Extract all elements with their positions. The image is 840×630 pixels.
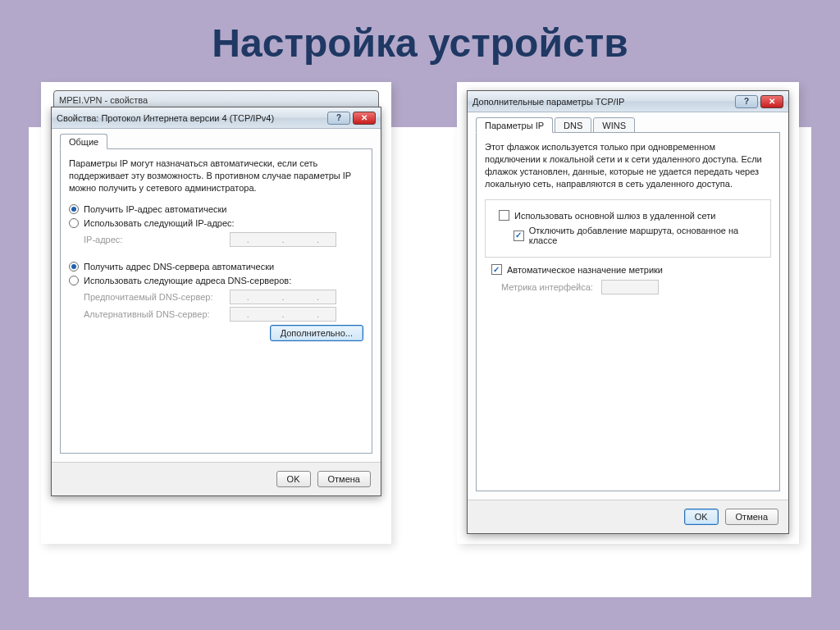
checkbox-icon	[499, 210, 509, 221]
ipv4-properties-window: Свойства: Протокол Интернета версии 4 (T…	[51, 107, 381, 496]
left-dialog-card: MPEI.VPN - свойства Свойства: Протокол И…	[41, 82, 391, 544]
metric-row: Метрика интерфейса:	[501, 280, 771, 294]
ok-button[interactable]: OK	[276, 471, 311, 487]
checkbox-route[interactable]: Отключить добавление маршрута, основанно…	[514, 226, 764, 245]
ip-address-input[interactable]: ...	[230, 232, 336, 247]
ip-address-label: IP-адрес:	[84, 235, 223, 244]
radio-dns-auto-label: Получить адрес DNS-сервера автоматически	[84, 262, 274, 272]
radio-ip-auto-label: Получить IP-адрес автоматически	[84, 204, 226, 214]
tcpip-title-text: Дополнительные параметры TCP/IP	[472, 97, 733, 107]
ok-button[interactable]: OK	[684, 509, 719, 525]
checkbox-gateway-label: Использовать основной шлюз в удаленной с…	[514, 211, 716, 221]
field-dns-preferred: Предпочитаемый DNS-сервер: ...	[84, 290, 363, 304]
radio-dns-manual-label: Использовать следующие адреса DNS-сервер…	[84, 276, 291, 285]
checkbox-auto-metric-label: Автоматическое назначение метрики	[507, 265, 663, 275]
close-button[interactable]: ✕	[760, 95, 783, 108]
field-dns-alternate: Альтернативный DNS-сервер: ...	[84, 307, 363, 322]
ipv4-titlebar: Свойства: Протокол Интернета версии 4 (T…	[52, 107, 381, 129]
metric-label: Метрика интерфейса:	[501, 282, 593, 292]
dns-preferred-input[interactable]: ...	[230, 290, 336, 304]
dns-preferred-label: Предпочитаемый DNS-сервер:	[84, 292, 223, 302]
advanced-button[interactable]: Дополнительно...	[270, 325, 363, 341]
radio-ip-manual[interactable]: Использовать следующий IP-адрес:	[69, 218, 363, 228]
ipv4-title-text: Свойства: Протокол Интернета версии 4 (T…	[57, 113, 325, 123]
tab-dns[interactable]: DNS	[555, 117, 591, 133]
checkbox-gateway[interactable]: Использовать основной шлюз в удаленной с…	[499, 210, 764, 221]
parent-window-title: MPEI.VPN - свойства	[59, 95, 148, 105]
tab-ip-params[interactable]: Параметры IP	[476, 117, 553, 133]
tab-wins[interactable]: WINS	[593, 117, 635, 133]
radio-ip-auto[interactable]: Получить IP-адрес автоматически	[69, 204, 363, 214]
metric-input[interactable]	[601, 280, 659, 294]
field-ip-address: IP-адрес: ...	[84, 232, 363, 247]
help-button[interactable]: ?	[327, 112, 350, 125]
close-button[interactable]: ✕	[353, 112, 376, 125]
tab-general[interactable]: Общие	[60, 134, 107, 149]
tcpip-description: Этот флажок используется только при одно…	[485, 141, 771, 189]
cancel-button[interactable]: Отмена	[317, 471, 371, 487]
tcpip-titlebar: Дополнительные параметры TCP/IP ? ✕	[468, 91, 788, 112]
radio-dns-manual[interactable]: Использовать следующие адреса DNS-сервер…	[69, 276, 363, 285]
tcpip-advanced-window: Дополнительные параметры TCP/IP ? ✕ Пара…	[467, 90, 789, 534]
radio-dns-auto[interactable]: Получить адрес DNS-сервера автоматически	[69, 262, 363, 272]
page-title: Настройка устройств	[29, 21, 811, 66]
dns-alternate-label: Альтернативный DNS-сервер:	[84, 309, 223, 319]
checkbox-auto-metric[interactable]: Автоматическое назначение метрики	[491, 264, 771, 275]
radio-icon	[69, 262, 79, 272]
right-dialog-card: Дополнительные параметры TCP/IP ? ✕ Пара…	[457, 82, 799, 544]
ipv4-description: Параметры IP могут назначаться автоматич…	[69, 158, 363, 194]
dns-alternate-input[interactable]: ...	[230, 307, 336, 322]
radio-ip-manual-label: Использовать следующий IP-адрес:	[84, 218, 235, 228]
cancel-button[interactable]: Отмена	[725, 509, 778, 525]
radio-icon	[69, 276, 79, 285]
checkbox-icon	[514, 231, 524, 241]
help-button[interactable]: ?	[735, 95, 758, 108]
checkbox-route-label: Отключить добавление маршрута, основанно…	[529, 226, 764, 245]
gateway-group: Использовать основной шлюз в удаленной с…	[485, 199, 771, 258]
radio-icon	[69, 204, 79, 214]
radio-icon	[69, 218, 79, 228]
checkbox-icon	[491, 264, 502, 275]
